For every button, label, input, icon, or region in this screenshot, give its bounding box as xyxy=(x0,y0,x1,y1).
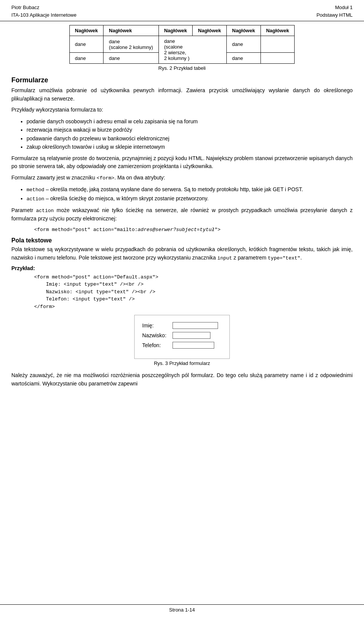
pola-tekstowe-heading: Pola tekstowe xyxy=(11,237,353,244)
example-table: Nagłówek Nagłówek Nagłówek Nagłówek Nagł… xyxy=(69,25,295,64)
formularze-para4: Formularz zawarty jest w znaczniku <form… xyxy=(11,174,353,182)
table-caption: Rys. 2 Przykład tabeli xyxy=(11,65,353,71)
col-header-5: Nagłówek xyxy=(227,25,261,36)
cell-2-2: dane xyxy=(104,53,158,64)
field-row-nazwisko: Nazwisko: xyxy=(142,332,218,339)
formularze-heading: Formularze xyxy=(11,76,353,84)
table-example-wrap: Nagłówek Nagłówek Nagłówek Nagłówek Nagł… xyxy=(11,25,353,64)
col-header-1: Nagłówek xyxy=(69,25,104,36)
cell-1-5: dane xyxy=(227,36,261,53)
input-imie[interactable] xyxy=(173,322,218,329)
para4-code: <form> xyxy=(97,175,115,181)
formularze-para3: Formularze są relatywnie proste do tworz… xyxy=(11,154,353,171)
para5-text1: Parametr xyxy=(11,207,36,213)
action-bullet: action – określa ścieżkę do miejsca, w k… xyxy=(27,194,353,203)
bullet-1: podanie danych osobowych i adresu email … xyxy=(27,117,353,126)
cell-1-1: dane xyxy=(69,36,104,53)
bullet-2: rezerwacja miejsca wakacji w biurze podr… xyxy=(27,126,353,134)
pola-para2-text1: Należy zauważyć, że nie ma możliwości ro… xyxy=(11,372,290,378)
form-caption: Rys. 3 Przykład formularz xyxy=(11,360,353,366)
author-name: Piotr Bubacz xyxy=(11,4,77,11)
cell-2-6 xyxy=(260,53,295,64)
method-text: – określa metodę, jaką zostaną wysłane d… xyxy=(44,186,303,192)
action-code: action xyxy=(27,196,44,202)
topic-label: Podstawy HTML xyxy=(317,11,353,19)
form-preview-wrap: Imię: Nazwisko: Telefon: xyxy=(11,315,353,359)
input-code: input xyxy=(217,255,232,261)
id-code: id xyxy=(309,372,313,378)
pola-text2: z parametrem xyxy=(232,255,268,261)
type-text-code: type="text" xyxy=(268,255,300,261)
col-header-4: Nagłówek xyxy=(193,25,227,36)
form-attr-bullets: method – określa metodę, jaką zostaną wy… xyxy=(27,185,353,203)
field-row-imie: Imię: xyxy=(142,322,218,329)
field-row-telefon: Telefon: xyxy=(142,342,218,349)
page-footer: Strona 1-14 xyxy=(0,604,364,613)
przyklad-label: Przykład: xyxy=(11,265,353,271)
pola-para2: Należy zauważyć, że nie ma możliwości ro… xyxy=(11,371,353,388)
method-bullet: method – określa metodę, jaką zostaną wy… xyxy=(27,185,353,194)
formularze-bullets: podanie danych osobowych i adresu email … xyxy=(27,117,353,151)
page-header: Piotr Bubacz ITA-103 Aplikacje Interneto… xyxy=(0,0,364,21)
label-imie: Imię: xyxy=(142,322,173,329)
action-text: – określa ścieżkę do miejsca, w którym s… xyxy=(44,195,209,201)
bullet-4: zakup określonych towarów i usług w skle… xyxy=(27,143,353,151)
code-block-form: <form method="post" action="Default.aspx… xyxy=(34,274,353,311)
module-label: Moduł 1 xyxy=(317,4,353,11)
cell-1-6 xyxy=(260,36,295,53)
page-container: Piotr Bubacz ITA-103 Aplikacje Interneto… xyxy=(0,0,364,618)
cell-1-2: dane(scalone 2 kolumny) xyxy=(104,36,158,53)
formularze-para2-intro: Przykłady wykorzystania formularza to: xyxy=(11,106,353,114)
page-number: Strona 1-14 xyxy=(169,607,195,613)
cell-2-1: dane xyxy=(69,53,104,64)
name-code: name xyxy=(290,372,304,378)
main-content: Nagłówek Nagłówek Nagłówek Nagłówek Nagł… xyxy=(0,25,364,388)
method-code: method xyxy=(27,187,44,193)
col-header-6: Nagłówek xyxy=(260,25,295,36)
input-nazwisko[interactable] xyxy=(173,332,210,339)
formularze-para5: Parametr action może wskazywać nie tylko… xyxy=(11,206,353,223)
formularze-para1: Formularz umożliwia pobranie od użytkown… xyxy=(11,86,353,103)
input-telefon[interactable] xyxy=(173,342,214,349)
col-header-2: Nagłówek xyxy=(104,25,158,36)
course-name: ITA-103 Aplikacje Internetowe xyxy=(11,11,77,19)
para4-text2: . Ma on dwa atrybuty: xyxy=(115,175,165,181)
label-nazwisko: Nazwisko: xyxy=(142,332,173,338)
para5-text2: może wskazywać nie tylko ścieżkę na serw… xyxy=(11,207,353,222)
form-action-code: <form method="post" action="mailto:adres… xyxy=(34,226,353,234)
table-row-1: dane dane(scalone 2 kolumny) dane(scalon… xyxy=(69,36,295,53)
col-header-3: Nagłówek xyxy=(158,25,193,36)
header-right: Moduł 1 Podstawy HTML xyxy=(317,4,353,19)
pola-para1: Pola tekstowe są wykorzystywane w wielu … xyxy=(11,245,353,262)
header-left: Piotr Bubacz ITA-103 Aplikacje Interneto… xyxy=(11,4,77,19)
pola-para2-text2: i xyxy=(304,372,309,378)
para5-code: action xyxy=(36,208,54,214)
label-telefon: Telefon: xyxy=(142,342,173,348)
bullet-3: podawanie danych do przelewu w bankowośc… xyxy=(27,134,353,143)
form-preview-box: Imię: Nazwisko: Telefon: xyxy=(134,315,230,359)
cell-2-5: dane xyxy=(227,53,261,64)
cell-1-3: dane(scalone2 wiersze,2 kolumny ) xyxy=(158,36,226,64)
para4-text1: Formularz zawarty jest w znaczniku xyxy=(11,175,97,181)
pola-text3: . xyxy=(300,255,302,261)
